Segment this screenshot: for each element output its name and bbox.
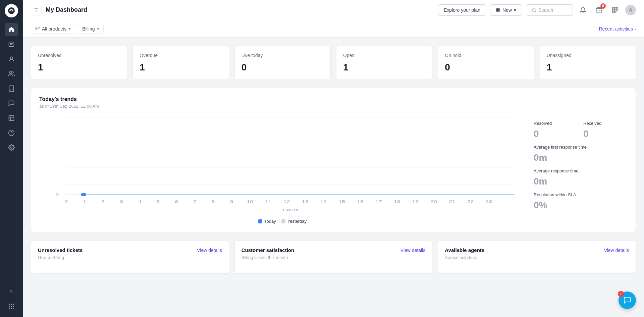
billing-chevron: ▾ — [97, 26, 99, 32]
received-label: Received — [583, 121, 628, 126]
all-products-label: All products — [42, 26, 66, 32]
svg-text:15: 15 — [338, 200, 345, 204]
svg-rect-43 — [36, 27, 37, 28]
svg-rect-41 — [612, 11, 614, 13]
stat-card-onhold: On hold 0 — [438, 46, 534, 80]
svg-text:3: 3 — [120, 200, 123, 204]
svg-rect-16 — [13, 304, 14, 305]
svg-rect-14 — [9, 304, 10, 305]
svg-rect-21 — [11, 308, 12, 309]
all-products-filter[interactable]: All products ▾ — [31, 24, 75, 34]
customer-satisfaction-card: Customer satisfaction View details Billi… — [234, 240, 433, 274]
sidebar-item-conversations[interactable] — [5, 97, 18, 110]
svg-text:16: 16 — [357, 200, 364, 204]
app-logo[interactable] — [5, 4, 18, 17]
stat-value-unresolved: 1 — [38, 62, 120, 73]
sidebar-item-home[interactable] — [5, 23, 18, 36]
svg-text:7: 7 — [193, 200, 197, 204]
svg-rect-20 — [9, 308, 10, 309]
chat-bubble-button[interactable]: 1 — [619, 292, 636, 309]
sidebar-item-companies[interactable] — [5, 67, 18, 81]
customer-satisfaction-link[interactable]: View details — [400, 248, 425, 253]
stat-label-overdue: Overdue — [140, 53, 222, 58]
svg-text:0: 0 — [55, 193, 59, 197]
sub-header: All products ▾ Billing ▾ Recent activiti… — [23, 20, 644, 38]
new-button[interactable]: New ▾ — [490, 4, 522, 16]
new-dropdown-icon: ▾ — [514, 7, 516, 13]
user-avatar[interactable]: A — [625, 5, 636, 15]
svg-text:Hours: Hours — [283, 208, 299, 212]
received-value: 0 — [583, 128, 628, 139]
svg-text:21: 21 — [449, 200, 455, 204]
sidebar-item-contacts[interactable] — [5, 52, 18, 66]
recent-activities-link[interactable]: Recent activities › — [599, 26, 636, 32]
unresolved-tickets-header: Unresolved tickets View details — [38, 247, 222, 253]
svg-text:19: 19 — [412, 200, 419, 204]
svg-rect-26 — [496, 8, 500, 12]
stat-value-due-today: 0 — [241, 62, 324, 73]
notifications-button[interactable] — [577, 4, 589, 16]
stat-value-unassigned: 1 — [547, 62, 629, 73]
svg-rect-40 — [616, 9, 618, 11]
gift-button[interactable]: 9 — [593, 4, 605, 16]
sidebar-item-apps[interactable] — [5, 300, 18, 313]
svg-point-7 — [9, 71, 12, 74]
explore-plan-button[interactable]: Explore your plan — [438, 4, 486, 16]
resolved-label: Resolved — [534, 121, 578, 126]
billing-filter[interactable]: Billing ▾ — [78, 24, 103, 34]
resolution-sla-value: 0% — [534, 200, 628, 211]
sidebar-item-settings[interactable] — [5, 141, 18, 154]
sidebar-item-reports[interactable] — [5, 111, 18, 125]
content-area: Unresolved 1 Overdue 1 Due today 0 Open … — [23, 38, 644, 317]
trends-title: Today's trends — [39, 96, 628, 102]
svg-rect-8 — [9, 116, 14, 121]
sidebar-item-knowledge[interactable] — [5, 82, 18, 95]
svg-text:22: 22 — [467, 200, 474, 204]
stat-card-open: Open 1 — [336, 46, 432, 80]
svg-rect-17 — [9, 306, 10, 307]
stat-label-unresolved: Unresolved — [38, 53, 120, 58]
gift-badge: 9 — [600, 3, 606, 9]
svg-text:10: 10 — [247, 200, 253, 204]
unresolved-tickets-link[interactable]: View details — [197, 248, 222, 253]
available-agents-link[interactable]: View details — [604, 248, 629, 253]
sidebar-item-tickets[interactable] — [5, 38, 18, 51]
received-stat: Received 0 — [583, 121, 628, 139]
avg-response-label: Average response time — [534, 168, 628, 173]
legend-today-label: Today — [264, 219, 276, 224]
svg-text:9: 9 — [230, 200, 233, 204]
svg-point-0 — [8, 7, 15, 14]
keypad-button[interactable] — [609, 4, 621, 16]
all-products-chevron: ▾ — [68, 26, 71, 32]
svg-text:18: 18 — [394, 200, 400, 204]
svg-rect-18 — [11, 306, 12, 307]
svg-rect-15 — [11, 304, 12, 305]
trends-content: 0 0 1 2 3 4 5 6 7 8 — [39, 114, 628, 224]
stats-grid: Unresolved 1 Overdue 1 Due today 0 Open … — [31, 46, 636, 80]
stat-label-open: Open — [343, 53, 425, 58]
sidebar-item-help[interactable] — [5, 126, 18, 140]
available-agents-title: Available agents — [445, 247, 484, 253]
avg-first-response-stat: Average first response time 0m — [534, 145, 628, 163]
svg-text:17: 17 — [375, 200, 382, 204]
chart-area: 0 0 1 2 3 4 5 6 7 8 — [39, 114, 526, 224]
svg-text:1: 1 — [83, 200, 86, 204]
svg-text:20: 20 — [430, 200, 437, 204]
resolution-sla-stat: Resolution within SLA 0% — [534, 192, 628, 211]
chart-legend: Today Yesterday — [39, 219, 526, 224]
resolved-value: 0 — [534, 128, 578, 139]
available-agents-header: Available agents View details — [445, 247, 629, 253]
svg-point-6 — [10, 57, 13, 59]
avg-response-value: 0m — [534, 176, 628, 187]
customer-satisfaction-sub: Billing tickets this month — [241, 255, 426, 260]
trends-subtitle: as of 19th Sep 2022, 12:00 AM — [39, 104, 628, 109]
search-button[interactable]: Search — [526, 4, 573, 16]
avg-first-response-value: 0m — [534, 152, 628, 163]
svg-text:2: 2 — [101, 200, 105, 204]
trends-section: Today's trends as of 19th Sep 2022, 12:0… — [31, 88, 636, 232]
filter-button[interactable] — [31, 5, 42, 15]
svg-point-31 — [532, 8, 535, 11]
legend-yesterday-label: Yesterday — [287, 219, 307, 224]
avg-first-response-label: Average first response time — [534, 145, 628, 150]
svg-rect-35 — [612, 7, 614, 9]
